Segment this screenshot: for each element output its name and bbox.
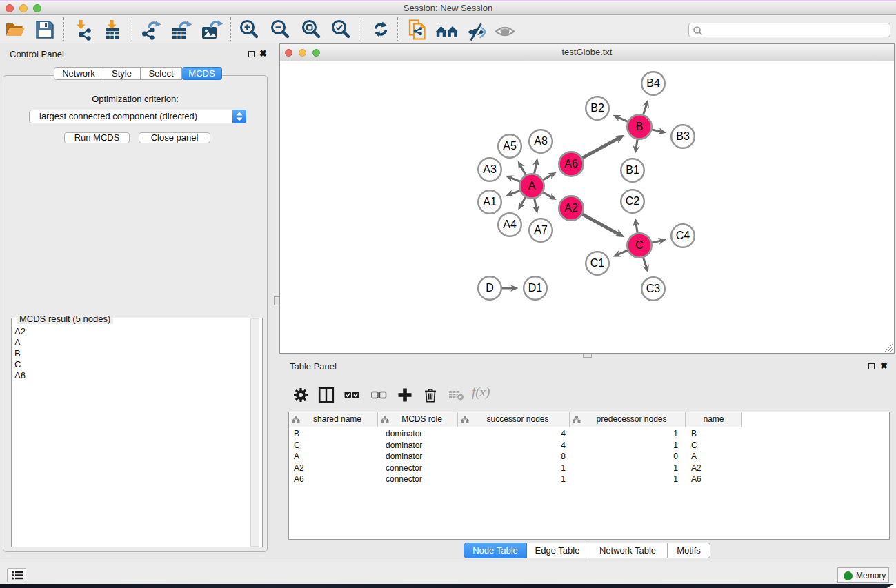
svg-text:A: A	[528, 180, 536, 192]
svg-text:C2: C2	[626, 195, 640, 207]
svg-text:A3: A3	[483, 163, 497, 175]
svg-text:A5: A5	[503, 140, 517, 152]
svg-text:B1: B1	[626, 164, 639, 176]
svg-text:A4: A4	[503, 219, 517, 230]
svg-text:B3: B3	[676, 130, 690, 142]
svg-text:A1: A1	[483, 196, 497, 207]
svg-text:C4: C4	[676, 230, 690, 241]
svg-text:A7: A7	[534, 224, 548, 236]
svg-text:C: C	[635, 239, 644, 251]
svg-text:A6: A6	[564, 158, 578, 170]
svg-text:C1: C1	[590, 257, 605, 269]
svg-text:B4: B4	[646, 77, 660, 89]
svg-text:B: B	[636, 121, 644, 132]
svg-text:C3: C3	[646, 283, 661, 294]
svg-text:A8: A8	[534, 135, 548, 147]
svg-text:D1: D1	[528, 282, 543, 294]
svg-text:D: D	[486, 282, 494, 294]
svg-text:B2: B2	[590, 102, 604, 114]
svg-text:A2: A2	[564, 202, 578, 214]
